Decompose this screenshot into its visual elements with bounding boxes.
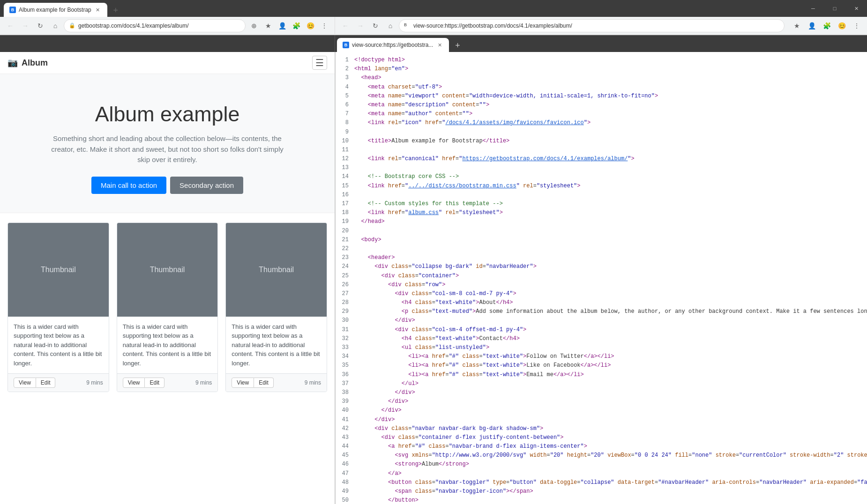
album-card-3: Thumbnail This is a wider card with supp… — [225, 222, 327, 393]
close-button[interactable]: ✕ — [845, 0, 867, 17]
line-number: 17 — [336, 200, 354, 208]
card-edit-btn-3[interactable]: Edit — [254, 378, 274, 388]
source-line: 35 <li><a href="#" class="text-white">Li… — [336, 361, 867, 370]
screenshot-icon[interactable]: ⊕ — [247, 19, 261, 32]
line-number: 27 — [336, 289, 354, 298]
card-thumbnail-1: Thumbnail — [8, 223, 109, 317]
new-tab-button-left[interactable]: + — [109, 4, 122, 17]
url-bar-right[interactable]: B view-source:https://getbootstrap.com/d… — [399, 19, 785, 32]
minimize-button[interactable]: ─ — [802, 0, 824, 17]
refresh-button-left[interactable]: ↻ — [34, 19, 47, 32]
source-line: 28 <h4 class="text-white">About</h4> — [336, 298, 867, 307]
line-number: 38 — [336, 388, 354, 397]
line-content: <html lang="en"> — [354, 65, 867, 74]
line-number: 3 — [336, 74, 354, 82]
source-line: 20 — [336, 227, 867, 236]
source-line: 29 <p class="text-muted">Add some inform… — [336, 307, 867, 316]
line-content: <meta name="author" content=""> — [354, 110, 867, 119]
tab-title-source: view-source:https://getbootstra... — [352, 42, 433, 48]
url-bar-left[interactable]: 🔒 getbootstrap.com/docs/4.1/examples/alb… — [64, 19, 246, 32]
line-content: <div class="col-sm-8 col-md-7 py-4"> — [354, 289, 867, 298]
line-content: <!-- Bootstrap core CSS --> — [354, 172, 867, 181]
source-favicon: B — [404, 22, 411, 29]
line-number: 29 — [336, 307, 354, 316]
line-number: 1 — [336, 56, 354, 65]
line-number: 22 — [336, 245, 354, 253]
line-content: <svg xmlns="http://www.w3.org/2000/svg" … — [354, 451, 867, 460]
new-tab-button-right[interactable]: + — [451, 39, 464, 52]
home-button-left[interactable]: ⌂ — [49, 19, 62, 32]
navbar-toggler[interactable]: ☰ — [312, 56, 327, 70]
line-content: <meta name="description" content=""> — [354, 101, 867, 110]
hero-title: Album example — [9, 102, 325, 126]
source-menu-icon[interactable]: ⋮ — [850, 19, 863, 32]
extension-icon[interactable]: 🧩 — [290, 19, 303, 32]
card-footer-2: View Edit 9 mins — [117, 373, 218, 392]
back-button-right[interactable]: ← — [339, 19, 352, 32]
home-button-right[interactable]: ⌂ — [384, 19, 397, 32]
forward-button-left[interactable]: → — [19, 19, 32, 32]
source-line: 48 <button class="navbar-toggler" type="… — [336, 478, 867, 487]
card-view-btn-1[interactable]: View — [14, 378, 36, 388]
card-description-3: This is a wider card with supporting tex… — [232, 322, 321, 368]
source-bookmark-icon[interactable]: ★ — [790, 19, 803, 32]
btn-main-cta[interactable]: Main call to action — [91, 177, 166, 194]
emoji-icon[interactable]: 😊 — [304, 19, 317, 32]
back-button-left[interactable]: ← — [4, 19, 17, 32]
card-time-1: 9 mins — [86, 379, 103, 386]
line-content: </div> — [354, 388, 867, 397]
album-cards-grid: Thumbnail This is a wider card with supp… — [7, 222, 327, 393]
line-number: 19 — [336, 217, 354, 226]
source-line: 49 <span class="navbar-toggler-icon"></s… — [336, 487, 867, 496]
card-description-1: This is a wider card with supporting tex… — [14, 322, 103, 368]
album-brand: 📷 Album — [7, 58, 48, 68]
source-account-icon[interactable]: 👤 — [805, 19, 818, 32]
source-line: 21 <body> — [336, 236, 867, 245]
refresh-button-right[interactable]: ↻ — [369, 19, 382, 32]
card-edit-btn-1[interactable]: Edit — [36, 378, 56, 388]
source-line: 26 <div class="row"> — [336, 281, 867, 289]
source-line: 41 </div> — [336, 415, 867, 424]
maximize-button[interactable]: □ — [824, 0, 845, 17]
line-content: <li><a href="#" class="text-white">Like … — [354, 361, 867, 370]
menu-icon[interactable]: ⋮ — [318, 19, 331, 32]
line-content: <div class="col-sm-4 offset-md-1 py-4"> — [354, 326, 867, 334]
album-jumbotron: Album example Something short and leadin… — [0, 74, 335, 213]
source-line: 17 <!-- Custom styles for this template … — [336, 200, 867, 208]
line-content: <span class="navbar-toggler-icon"></span… — [354, 487, 867, 496]
btn-secondary-action[interactable]: Secondary action — [170, 177, 243, 194]
source-line: 27 <div class="col-sm-8 col-md-7 py-4"> — [336, 289, 867, 298]
tab-close-album[interactable]: ✕ — [94, 6, 102, 14]
source-line: 12 <link rel="canonical" href="https://g… — [336, 155, 867, 163]
line-number: 7 — [336, 110, 354, 119]
card-body-2: This is a wider card with supporting tex… — [117, 317, 218, 374]
tab-album[interactable]: B Album example for Bootstrap ✕ — [4, 3, 107, 17]
line-content: <div class="row"> — [354, 281, 867, 289]
address-bar-right: ← → ↻ ⌂ B view-source:https://getbootstr… — [335, 17, 867, 35]
line-number: 31 — [336, 326, 354, 334]
line-content: </div> — [354, 415, 867, 424]
account-icon[interactable]: 👤 — [276, 19, 289, 32]
source-extension-icon[interactable]: 🧩 — [820, 19, 833, 32]
line-content: <link rel="icon" href="/docs/4.1/assets/… — [354, 119, 867, 127]
forward-button-right[interactable]: → — [354, 19, 367, 32]
line-number: 32 — [336, 334, 354, 343]
source-content[interactable]: 1<!doctype html>2<html lang="en">3 <head… — [336, 52, 867, 504]
card-edit-btn-2[interactable]: Edit — [145, 378, 164, 388]
album-card-1: Thumbnail This is a wider card with supp… — [7, 222, 109, 393]
card-view-btn-2[interactable]: View — [123, 378, 145, 388]
line-content: <h4 class="text-white">Contact</h4> — [354, 334, 867, 343]
source-line: 44 <a href="#" class="navbar-brand d-fle… — [336, 442, 867, 451]
source-line: 10 <title>Album example for Bootstrap</t… — [336, 137, 867, 146]
tab-favicon-source: B — [343, 42, 349, 48]
line-number: 24 — [336, 262, 354, 271]
card-view-btn-3[interactable]: View — [232, 378, 254, 388]
tab-source[interactable]: B view-source:https://getbootstra... ✕ — [337, 38, 449, 52]
line-number: 9 — [336, 128, 354, 137]
line-number: 20 — [336, 227, 354, 236]
tab-close-source[interactable]: ✕ — [436, 41, 443, 49]
bookmark-icon[interactable]: ★ — [262, 19, 275, 32]
source-line: 45 <svg xmlns="http://www.w3.org/2000/sv… — [336, 451, 867, 460]
line-number: 40 — [336, 406, 354, 415]
source-emoji-icon[interactable]: 😊 — [835, 19, 848, 32]
